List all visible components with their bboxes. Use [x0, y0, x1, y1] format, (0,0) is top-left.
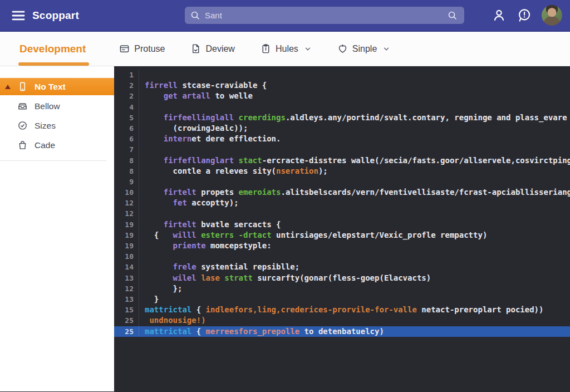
code-text: mattrictal { merreesfors_prepolle to det…	[139, 326, 570, 337]
search-input[interactable]	[185, 7, 464, 24]
tab-deview[interactable]: Deview	[190, 32, 234, 66]
inbox-icon	[17, 101, 28, 111]
sidebar-item-no-text[interactable]: No Text	[0, 78, 114, 95]
line-number: 12	[114, 283, 139, 294]
search-bar[interactable]	[185, 7, 464, 24]
code-token: );	[318, 166, 328, 175]
code-token: {	[191, 327, 205, 336]
code-line[interactable]: 15mattrictal { indleefors,ling,crederice…	[114, 305, 570, 315]
code-line[interactable]: 19 priente momcepstyple:	[114, 241, 570, 251]
code-line[interactable]: 6 (crowingJealc));	[114, 123, 570, 134]
line-number: 1	[114, 70, 139, 80]
code-line[interactable]: 10	[114, 251, 570, 262]
alert-clock-icon[interactable]	[517, 8, 532, 23]
sidebar-item-label: No Text	[35, 82, 66, 92]
code-line[interactable]: 13 wilel lase stratt surcarfty(gonar(fle…	[114, 273, 570, 283]
code-line[interactable]: 12 };	[114, 283, 570, 294]
avatar[interactable]	[542, 5, 562, 26]
hamburger-menu-icon[interactable]	[10, 7, 27, 24]
code-line[interactable]: 5 firfeellinglall creerdings.aldleys.any…	[114, 112, 570, 123]
tab-label: Protuse	[134, 44, 165, 54]
code-token: lase	[201, 273, 224, 282]
sidebar-item-sizes[interactable]: Sizes	[0, 117, 114, 134]
code-token: contle a releves sity(	[145, 166, 276, 175]
code-line[interactable]: 14 frele systential repsiblle;	[114, 262, 570, 272]
tab-protuse[interactable]: Protuse	[119, 32, 165, 66]
code-line[interactable]: 2firrell stcase-craviable {	[114, 80, 570, 91]
sidebar-item-cade[interactable]: Cade	[0, 136, 114, 154]
code-text: wilel lase stratt surcarfty(gonar(fless-…	[139, 273, 570, 283]
code-text: undnousige!)	[139, 315, 570, 326]
line-number: 12	[114, 198, 139, 208]
tab-label: Deview	[205, 44, 234, 54]
line-number: 5	[114, 112, 139, 123]
code-token: momcepstyple:	[210, 241, 272, 250]
code-text	[139, 251, 570, 262]
code-text: firfefllanglart stact-ercracte-disstres …	[139, 155, 570, 166]
tab-hules[interactable]: Hules	[261, 32, 312, 66]
tab-label: Sinple	[352, 44, 377, 54]
code-editor[interactable]: 12firrell stcase-craviable {2 get artall…	[114, 66, 570, 391]
code-line[interactable]: 4	[114, 102, 570, 112]
code-line[interactable]: 19 firtelt bvatle sercacts {	[114, 219, 570, 230]
bag-icon	[17, 140, 28, 150]
tab-label: Hules	[276, 44, 298, 54]
code-token: fet	[145, 198, 191, 207]
line-number: 8	[114, 155, 139, 166]
code-token: stcase-craviable {	[178, 81, 267, 90]
code-text: };	[139, 283, 570, 294]
code-line[interactable]: 8 firfefllanglart stact-ercracte-disstre…	[114, 155, 570, 166]
clock-icon	[17, 120, 28, 131]
code-token: propets	[201, 188, 238, 197]
topbar: Scoppart	[0, 0, 570, 32]
code-token: frele	[145, 262, 201, 271]
code-text: }	[139, 294, 570, 305]
sidebar-item-label: Cade	[35, 140, 55, 150]
code-line[interactable]: 13 }	[114, 294, 570, 305]
code-line[interactable]: 8 contle a releves sity(nseration);	[114, 166, 570, 177]
tab-development[interactable]: Development	[19, 32, 86, 66]
code-line[interactable]: 6 internet dere efflection.	[114, 134, 570, 144]
code-token: (crowingJealc));	[145, 124, 248, 133]
code-token: creerdings	[239, 113, 286, 122]
code-line-highlighted[interactable]: 25mattrictal { merreesfors_prepolle to d…	[114, 326, 570, 337]
search-icon	[190, 10, 200, 21]
line-number: 25	[114, 326, 139, 337]
code-text: firtelt propets emeroiats.alitsbelscards…	[139, 187, 570, 198]
code-line[interactable]: 19 { willl esterrs -drtact untirsiages/e…	[114, 230, 570, 241]
code-line[interactable]: 12	[114, 208, 570, 219]
sidebar-item-label: Bellow	[35, 101, 60, 111]
code-token: firfefllanglart	[145, 156, 239, 165]
code-token: mattrictal	[145, 327, 191, 336]
code-token: };	[145, 284, 182, 293]
code-token: nseration	[276, 166, 318, 175]
sidebar-item-bellow[interactable]: Bellow	[0, 97, 114, 115]
code-token: esterrs -drtact	[201, 231, 276, 239]
code-token: {	[191, 305, 205, 314]
code-token: surcarfty(gonar(fless-goep(Elacvacts)	[257, 273, 431, 282]
code-token: intern	[145, 134, 191, 143]
line-number: 19	[114, 219, 139, 230]
search-icon[interactable]	[447, 10, 458, 21]
tab-label: Development	[19, 43, 86, 55]
user-icon[interactable]	[492, 8, 507, 23]
code-token: .aldleys.any/portind/svalt.contary, regn…	[286, 113, 567, 122]
topbar-actions	[492, 5, 562, 26]
code-token: accoptty);	[191, 198, 238, 207]
code-token: -ercracte-disstres walle(/secia/fasts.go…	[262, 156, 570, 165]
code-token: mattrictal	[145, 305, 191, 314]
code-token: firtelt	[145, 188, 201, 197]
chevron-down-icon	[382, 45, 390, 53]
code-token: firrell	[145, 81, 178, 90]
code-line[interactable]: 7	[114, 144, 570, 155]
code-line[interactable]: 25 undnousige!)	[114, 315, 570, 326]
code-line[interactable]: 9	[114, 177, 570, 187]
code-line[interactable]: 2 get artall to welle	[114, 91, 570, 101]
code-line[interactable]: 10 firtelt propets emeroiats.alitsbelsca…	[114, 187, 570, 198]
code-line[interactable]: 1	[114, 70, 570, 80]
code-token: firtelt	[145, 220, 201, 229]
code-token: {	[145, 231, 173, 239]
code-text: priente momcepstyple:	[139, 241, 570, 251]
tab-sinple[interactable]: Sinple	[337, 32, 390, 66]
code-line[interactable]: 12 fet accoptty);	[114, 198, 570, 208]
